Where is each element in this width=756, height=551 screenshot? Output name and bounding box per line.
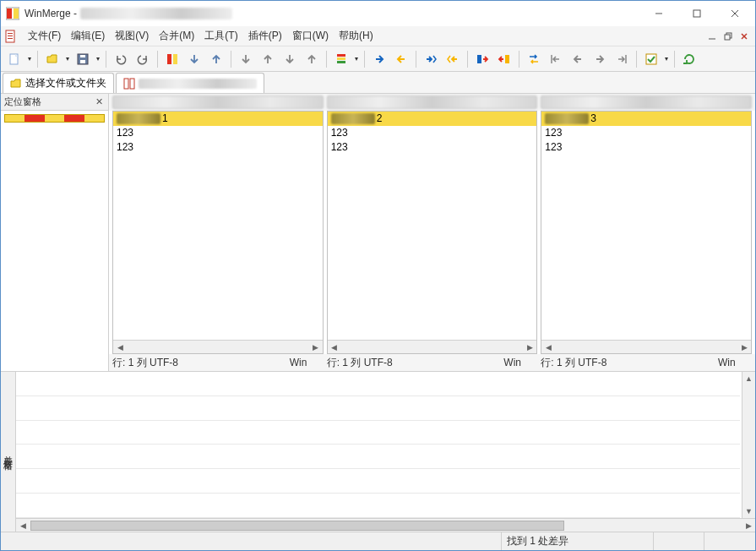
toolbar-refresh-icon[interactable] [679, 49, 699, 69]
svg-rect-1 [14, 8, 19, 19]
toolbar-arrow-down-a-icon[interactable] [236, 49, 256, 69]
editor-pane-3: 3 123 123 ◀▶ [541, 111, 752, 354]
client-area: 定位窗格 ✕ 1 [1, 94, 755, 532]
toolbar-first-diff-icon[interactable] [546, 49, 566, 69]
svg-rect-8 [8, 33, 13, 34]
editor-panes: 1 123 123 ◀▶ 2 123 123 ◀▶ [109, 111, 755, 354]
svg-rect-13 [725, 35, 730, 40]
minimize-button[interactable] [639, 2, 677, 25]
window-title: WinMerge - [24, 8, 77, 19]
editor-text-1[interactable]: 1 123 123 [113, 112, 323, 340]
diff-pane-hscroll[interactable]: ◀▶ [16, 518, 755, 532]
maximize-button[interactable] [677, 2, 715, 25]
upper-region: 定位窗格 ✕ 1 [1, 94, 755, 371]
compare-doc-icon [123, 78, 135, 90]
titlebar: WinMerge - [1, 1, 755, 26]
svg-rect-25 [477, 55, 481, 63]
diff-pane: 差异窗格 ▲▼ ◀▶ [1, 371, 755, 532]
toolbar-next-diff-icon[interactable] [590, 49, 610, 69]
window-title-document [80, 8, 232, 19]
app-icon [6, 7, 19, 20]
toolbar-new-dropdown[interactable]: ▾ [26, 55, 33, 63]
path-box-2[interactable] [327, 95, 538, 109]
toolbar-all-diffs-dropdown[interactable]: ▾ [353, 55, 360, 63]
close-button[interactable] [715, 2, 753, 25]
toolbar-arrow-down-b-icon[interactable] [280, 49, 300, 69]
editor-hscroll-3[interactable]: ◀▶ [541, 340, 751, 353]
svg-rect-20 [167, 54, 171, 64]
path-box-1[interactable] [112, 95, 324, 109]
editor-status-3: 行: 1 列 UTF-8Win [541, 356, 752, 369]
menubar: 文件(F) 编辑(E) 视图(V) 合并(M) 工具(T) 插件(P) 窗口(W… [1, 26, 755, 46]
svg-rect-0 [7, 8, 12, 19]
toolbar-copy-left-advance-icon[interactable] [443, 49, 463, 69]
statusbar-cell-3 [654, 532, 704, 550]
toolbar-compare-icon[interactable] [162, 49, 182, 69]
statusbar-cell-1 [1, 532, 502, 550]
location-pane-title: 定位窗格 [4, 95, 93, 108]
tab-select-files-label: 选择文件或文件夹 [25, 76, 106, 90]
toolbar-open-dropdown[interactable]: ▾ [64, 55, 71, 63]
toolbar-last-diff-icon[interactable] [612, 49, 632, 69]
mdi-restore-button[interactable] [721, 30, 736, 43]
location-pane-header: 定位窗格 ✕ [1, 94, 108, 111]
menu-plugins[interactable]: 插件(P) [243, 26, 287, 46]
toolbar-undo-icon[interactable] [111, 49, 131, 69]
toolbar-copy-right-advance-icon[interactable] [421, 49, 441, 69]
tab-compare-document-label [139, 79, 257, 89]
diff-pane-vscroll[interactable]: ▲▼ [742, 372, 755, 518]
mdi-close-button[interactable] [737, 30, 752, 43]
toolbar-redo-icon[interactable] [133, 49, 153, 69]
menu-window[interactable]: 窗口(W) [287, 26, 334, 46]
menu-file[interactable]: 文件(F) [23, 26, 66, 46]
svg-rect-4 [693, 10, 700, 17]
svg-rect-31 [130, 79, 134, 89]
tab-select-files[interactable]: 选择文件或文件夹 [3, 73, 114, 93]
svg-rect-30 [124, 79, 128, 89]
mdi-doc-icon [4, 30, 18, 43]
diff-pane-title: 差异窗格 [1, 372, 16, 532]
toolbar-open-icon[interactable] [42, 49, 63, 69]
location-pane-close-icon[interactable]: ✕ [93, 96, 105, 107]
toolbar-copy-all-right-icon[interactable] [472, 49, 492, 69]
toolbar-all-diffs-icon[interactable] [331, 49, 351, 69]
svg-rect-9 [8, 35, 13, 36]
editor-text-3[interactable]: 3 123 123 [541, 112, 751, 340]
menu-view[interactable]: 视图(V) [110, 26, 154, 46]
editor-status-1: 行: 1 列 UTF-8Win [112, 356, 324, 369]
editor-pane-2: 2 123 123 ◀▶ [327, 111, 538, 354]
menu-help[interactable]: 帮助(H) [334, 26, 378, 46]
toolbar-swap-icon[interactable] [524, 49, 544, 69]
toolbar-copy-all-left-icon[interactable] [494, 49, 514, 69]
editor-pane-1: 1 123 123 ◀▶ [112, 111, 324, 354]
toolbar-save-icon[interactable] [73, 49, 93, 69]
location-pane-body[interactable] [1, 111, 108, 371]
menu-merge[interactable]: 合并(M) [154, 26, 199, 46]
toolbar-copy-left-icon[interactable] [391, 49, 411, 69]
toolbar-copy-right-icon[interactable] [369, 49, 389, 69]
menu-tools[interactable]: 工具(T) [199, 26, 242, 46]
diff-pane-content[interactable] [16, 372, 742, 518]
svg-rect-10 [8, 38, 13, 39]
toolbar-arrow-up-a-icon[interactable] [258, 49, 278, 69]
mdi-minimize-button[interactable] [704, 30, 720, 43]
editor-text-2[interactable]: 2 123 123 [328, 112, 537, 340]
editor-hscroll-1[interactable]: ◀▶ [113, 340, 323, 353]
toolbar-diff-up-icon[interactable] [206, 49, 226, 69]
editor-hscroll-2[interactable]: ◀▶ [328, 340, 537, 353]
toolbar-save-dropdown[interactable]: ▾ [95, 55, 101, 63]
menu-edit[interactable]: 编辑(E) [66, 26, 110, 46]
folder-open-icon [10, 78, 22, 90]
diff-pane-body: ▲▼ ◀▶ [16, 372, 755, 532]
toolbar: ▾ ▾ ▾ ▾ ▾ [1, 46, 755, 72]
toolbar-prev-diff-icon[interactable] [568, 49, 588, 69]
toolbar-diff-down-icon[interactable] [184, 49, 204, 69]
toolbar-options-icon[interactable] [641, 49, 661, 69]
path-box-3[interactable] [541, 95, 752, 109]
toolbar-arrow-up-b-icon[interactable] [302, 49, 322, 69]
tab-compare-document[interactable] [116, 73, 264, 93]
toolbar-new-icon[interactable] [4, 49, 24, 69]
location-bar[interactable] [4, 114, 105, 123]
location-pane: 定位窗格 ✕ [1, 94, 109, 371]
toolbar-options-dropdown[interactable]: ▾ [663, 55, 670, 63]
